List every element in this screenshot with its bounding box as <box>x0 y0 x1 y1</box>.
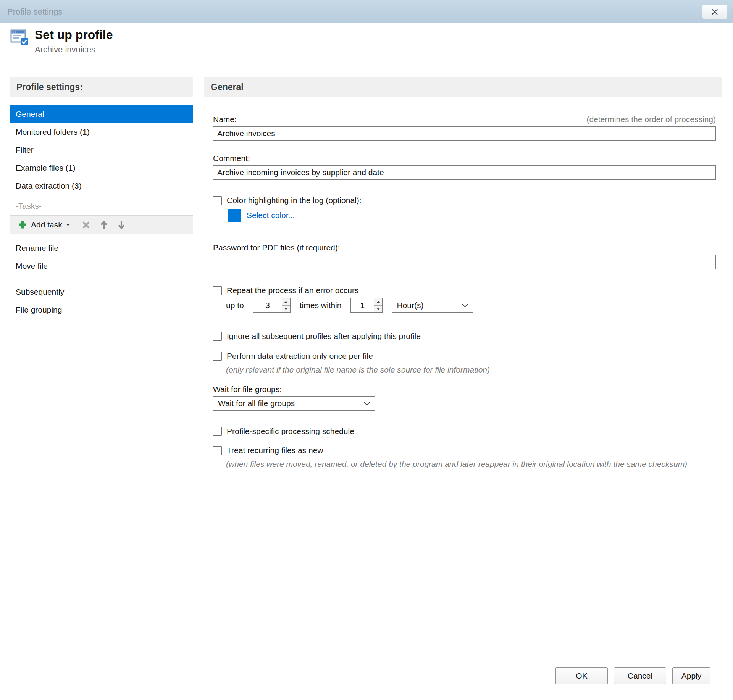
sidebar: Profile settings: General Monitored fold… <box>10 77 193 319</box>
spin-down-icon <box>377 308 380 310</box>
retry-window-spin-buttons <box>374 298 382 312</box>
recurring-files-hint: (when files were moved, renamed, or dele… <box>226 458 690 470</box>
recurring-files-label: Treat recurring files as new <box>227 446 323 455</box>
move-task-down-button[interactable] <box>113 216 130 234</box>
time-unit-select[interactable]: Hour(s) <box>392 298 473 313</box>
cancel-button[interactable]: Cancel <box>614 667 666 684</box>
spin-down-button[interactable] <box>282 306 290 313</box>
general-form: Name: (determines the order of processin… <box>204 115 722 470</box>
page-title: Set up profile <box>35 28 113 42</box>
move-task-up-button[interactable] <box>95 216 113 234</box>
delete-task-button[interactable] <box>77 216 95 234</box>
name-input[interactable] <box>213 126 716 141</box>
chevron-down-icon <box>66 224 70 226</box>
main-panel: General Name: (determines the order of p… <box>204 77 722 470</box>
pdf-password-input[interactable] <box>213 255 716 269</box>
pane-divider <box>198 77 198 657</box>
spin-up-icon <box>284 301 287 303</box>
extract-once-label: Perform data extraction only once per fi… <box>227 352 373 361</box>
name-label: Name: <box>213 115 237 124</box>
time-unit-value: Hour(s) <box>397 301 423 310</box>
chevron-down-icon <box>364 402 370 405</box>
sidebar-bottom-list: Subsequently File grouping <box>10 283 193 319</box>
app-header-text: Set up profile Archive invoices <box>35 28 113 55</box>
recurring-files-row: Treat recurring files as new <box>213 446 716 455</box>
name-label-row: Name: (determines the order of processin… <box>213 115 716 124</box>
sidebar-header: Profile settings: <box>10 77 193 97</box>
color-swatch[interactable] <box>228 209 241 222</box>
color-highlight-row: Color highlighting in the log (optional)… <box>213 196 716 205</box>
section-header: General <box>204 77 722 97</box>
profile-window-icon <box>10 29 29 46</box>
chevron-down-icon <box>462 304 468 307</box>
extract-once-row: Perform data extraction only once per fi… <box>213 352 716 361</box>
apply-button[interactable]: Apply <box>672 667 710 684</box>
extract-once-hint: (only relevant if the original file name… <box>226 364 716 376</box>
task-item-rename-file[interactable]: Rename file <box>10 239 193 257</box>
app-header: Set up profile Archive invoices <box>10 28 113 55</box>
retry-window-input[interactable] <box>351 298 374 312</box>
color-highlight-checkbox[interactable] <box>213 196 222 205</box>
tasks-separator-label: -Tasks- <box>10 200 193 212</box>
repeat-on-error-row: Repeat the process if an error occurs <box>213 286 716 295</box>
color-highlight-label: Color highlighting in the log (optional)… <box>227 196 362 205</box>
ignore-subsequent-label: Ignore all subsequent profiles after app… <box>227 332 421 341</box>
times-within-label: times within <box>300 301 342 310</box>
task-item-move-file[interactable]: Move file <box>10 257 193 275</box>
recurring-files-checkbox[interactable] <box>213 446 222 455</box>
close-button[interactable] <box>702 5 727 19</box>
retry-count-stepper <box>253 298 291 313</box>
spin-up-button[interactable] <box>374 298 382 306</box>
retry-window-stepper <box>350 298 383 313</box>
spin-down-button[interactable] <box>374 306 382 313</box>
dialog-footer: OK Cancel Apply <box>555 667 710 684</box>
page-subtitle: Archive invoices <box>35 45 113 55</box>
retry-count-input[interactable] <box>253 298 282 312</box>
comment-input[interactable] <box>213 165 716 180</box>
select-color-link[interactable]: Select color... <box>247 211 295 220</box>
task-toolbar: Add task <box>10 215 193 234</box>
color-select-row: Select color... <box>228 209 716 222</box>
wait-file-groups-value: Wait for all file groups <box>218 399 295 408</box>
processing-schedule-checkbox[interactable] <box>213 427 222 436</box>
profile-settings-dialog: { "colors": { "accent": "#0078d7", "swat… <box>0 0 733 700</box>
comment-label: Comment: <box>213 154 716 163</box>
titlebar: Profile settings <box>0 0 733 23</box>
arrow-up-icon <box>100 220 108 230</box>
plus-icon <box>18 220 27 229</box>
name-order-hint: (determines the order of processing) <box>587 115 716 124</box>
pdf-password-label: Password for PDF files (if required): <box>213 243 716 252</box>
arrow-down-icon <box>117 220 126 230</box>
processing-schedule-label: Profile-specific processing schedule <box>227 427 354 436</box>
sidebar-item-file-grouping[interactable]: File grouping <box>10 301 193 319</box>
sidebar-item-data-extraction[interactable]: Data extraction (3) <box>10 177 193 195</box>
sidebar-item-monitored-folders[interactable]: Monitored folders (1) <box>10 123 193 141</box>
close-icon <box>711 9 718 15</box>
ok-button[interactable]: OK <box>555 667 608 684</box>
task-list: Rename file Move file <box>10 239 193 275</box>
wait-file-groups-select[interactable]: Wait for all file groups <box>213 396 375 411</box>
sidebar-item-filter[interactable]: Filter <box>10 141 193 159</box>
ignore-subsequent-checkbox[interactable] <box>213 332 222 341</box>
repeat-on-error-label: Repeat the process if an error occurs <box>227 286 359 295</box>
window-title: Profile settings <box>7 7 62 17</box>
retry-count-spin-buttons <box>282 298 290 312</box>
spin-down-icon <box>284 308 287 310</box>
sidebar-nav-list: General Monitored folders (1) Filter Exa… <box>10 105 193 195</box>
repeat-on-error-checkbox[interactable] <box>213 286 222 295</box>
delete-icon <box>82 221 90 229</box>
sidebar-divider <box>16 279 137 279</box>
ignore-subsequent-row: Ignore all subsequent profiles after app… <box>213 332 716 341</box>
extract-once-checkbox[interactable] <box>213 352 222 361</box>
processing-schedule-row: Profile-specific processing schedule <box>213 427 716 436</box>
add-task-label: Add task <box>31 220 62 229</box>
sidebar-item-example-files[interactable]: Example files (1) <box>10 159 193 177</box>
spin-up-icon <box>377 301 380 303</box>
wait-file-groups-label: Wait for file groups: <box>213 385 716 394</box>
sidebar-item-general[interactable]: General <box>10 105 193 123</box>
spin-up-button[interactable] <box>282 298 290 306</box>
repeat-settings-row: up to times within Hour(s) <box>226 298 716 313</box>
up-to-label: up to <box>226 301 244 310</box>
add-task-button[interactable]: Add task <box>16 216 72 234</box>
sidebar-item-subsequently[interactable]: Subsequently <box>10 283 193 301</box>
